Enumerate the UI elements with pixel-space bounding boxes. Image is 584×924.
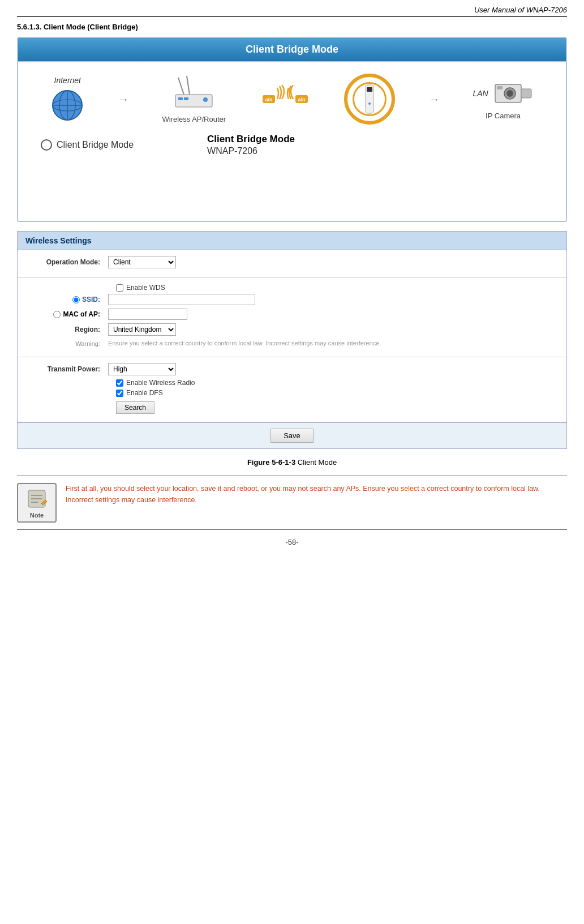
figure-caption: Figure 5-6-1-3 Client Mode bbox=[17, 458, 567, 467]
model-text: WNAP-7206 bbox=[207, 146, 295, 156]
ssid-label: SSID: bbox=[82, 296, 100, 303]
svg-rect-8 bbox=[178, 97, 183, 100]
orange-ring bbox=[344, 74, 395, 125]
mac-field-row: MAC of AP: bbox=[29, 309, 555, 320]
diagram-container: Client Bridge Mode Internet → bbox=[17, 37, 567, 222]
diagram-bottom-row: Client Bridge Mode Client Bridge Mode WN… bbox=[35, 134, 549, 156]
diagram-title-text: Client Bridge Mode bbox=[246, 44, 338, 55]
router-item: Wireless AP/Router bbox=[162, 75, 226, 123]
arrow-2: → bbox=[428, 93, 440, 106]
page-header: User Manual of WNAP-7206 bbox=[17, 6, 567, 17]
svg-text:a/n: a/n bbox=[298, 97, 305, 102]
svg-point-17 bbox=[368, 102, 371, 105]
enable-wds-checkbox[interactable] bbox=[116, 284, 123, 292]
warning-text: Ensure you select a correct country to c… bbox=[108, 339, 381, 348]
transmit-power-label: Transmit Power: bbox=[29, 365, 108, 373]
enable-wireless-radio-checkbox[interactable] bbox=[116, 379, 123, 387]
mac-of-ap-label: MAC of AP: bbox=[63, 310, 100, 318]
mac-input[interactable] bbox=[108, 309, 187, 320]
diagram-title: Client Bridge Mode bbox=[18, 38, 566, 62]
region-field-row: Region: United Kingdom United States Eur… bbox=[29, 323, 555, 336]
svg-text:a/n: a/n bbox=[265, 97, 272, 102]
operation-mode-row: Operation Mode: Client AP WDS bbox=[18, 250, 566, 278]
diagram-body: Internet → bbox=[18, 62, 566, 221]
wireless-settings-title: Wireless Settings bbox=[25, 236, 92, 245]
save-row: Save bbox=[18, 422, 566, 448]
enable-dfs-checkbox[interactable] bbox=[116, 390, 123, 397]
transmit-power-select[interactable]: High Medium Low bbox=[108, 363, 176, 375]
search-button-row: Search bbox=[29, 399, 555, 414]
router-icon bbox=[173, 75, 215, 112]
ssid-field-row: SSID: bbox=[29, 294, 555, 305]
warning-label: Warning: bbox=[29, 340, 108, 347]
section-heading: 5.6.1.3. Client Mode (Client Bridge) bbox=[17, 23, 567, 31]
region-label: Region: bbox=[29, 326, 108, 333]
note-text: First at all, you should select your loc… bbox=[66, 483, 567, 506]
signal-waves: a/n a/n bbox=[263, 85, 308, 113]
figure-caption-text: Client Mode bbox=[298, 458, 337, 467]
access-point-item bbox=[344, 74, 395, 125]
warning-field-row: Warning: Ensure you select a correct cou… bbox=[29, 339, 555, 348]
svg-point-10 bbox=[203, 97, 208, 102]
note-label: Note bbox=[30, 512, 44, 519]
camera-item: LAN IP Camera bbox=[473, 79, 533, 120]
mode-label: Client Bridge Mode bbox=[57, 140, 134, 150]
transmit-power-field: Transmit Power: High Medium Low bbox=[29, 363, 555, 375]
svg-line-6 bbox=[187, 76, 190, 95]
camera-label: IP Camera bbox=[486, 112, 521, 120]
ssid-region-row: Enable WDS SSID: MAC of AP: Re bbox=[18, 278, 566, 357]
page-number: -58- bbox=[17, 538, 567, 546]
svg-line-5 bbox=[178, 78, 184, 95]
lan-label: LAN bbox=[473, 89, 488, 98]
mode-title: Client Bridge Mode bbox=[207, 134, 295, 145]
ssid-radio[interactable] bbox=[72, 296, 80, 303]
svg-rect-9 bbox=[184, 97, 188, 100]
svg-rect-22 bbox=[497, 86, 503, 89]
diagram-network-row: Internet → bbox=[35, 74, 549, 125]
ap-label: Wireless AP/Router bbox=[162, 115, 226, 123]
region-select[interactable]: United Kingdom United States Europe Japa… bbox=[108, 323, 176, 336]
arrow-1: → bbox=[118, 93, 129, 106]
svg-rect-16 bbox=[367, 87, 372, 92]
transmit-power-row: Transmit Power: High Medium Low Enable W… bbox=[18, 357, 566, 422]
ap-device-icon bbox=[361, 84, 378, 115]
save-button[interactable]: Save bbox=[270, 429, 314, 443]
mac-radio[interactable] bbox=[53, 311, 61, 318]
operation-mode-select[interactable]: Client AP WDS bbox=[108, 256, 176, 268]
section-heading-text: 5.6.1.3. Client Mode (Client Bridge) bbox=[17, 23, 138, 31]
operation-mode-label: Operation Mode: bbox=[29, 258, 108, 266]
enable-wds-row: Enable WDS bbox=[29, 284, 555, 292]
note-section: Note First at all, you should select you… bbox=[17, 476, 567, 530]
radio-circle-icon bbox=[41, 139, 52, 151]
wireless-settings-container: Wireless Settings Operation Mode: Client… bbox=[17, 231, 567, 449]
signal-arcs: a/n a/n bbox=[263, 85, 308, 113]
internet-label: Internet bbox=[54, 76, 81, 85]
enable-wds-label: Enable WDS bbox=[126, 284, 165, 292]
client-bridge-mode-right: Client Bridge Mode WNAP-7206 bbox=[207, 134, 295, 156]
search-button[interactable]: Search bbox=[116, 401, 154, 414]
camera-icon bbox=[494, 79, 534, 108]
header-title-text: User Manual of WNAP-7206 bbox=[474, 6, 567, 14]
ssid-input[interactable] bbox=[108, 294, 255, 305]
enable-dfs-label: Enable DFS bbox=[126, 389, 163, 397]
globe-icon bbox=[50, 88, 84, 122]
enable-dfs-row: Enable DFS bbox=[29, 389, 555, 397]
internet-item: Internet bbox=[50, 76, 84, 122]
enable-wireless-radio-label: Enable Wireless Radio bbox=[126, 379, 195, 387]
operation-mode-field: Operation Mode: Client AP WDS bbox=[29, 256, 555, 268]
figure-caption-bold: Figure 5-6-1-3 bbox=[247, 458, 295, 467]
note-pencil-icon bbox=[25, 487, 48, 510]
page-number-text: -58- bbox=[285, 538, 298, 546]
wireless-settings-header: Wireless Settings bbox=[18, 232, 566, 250]
enable-wireless-radio-row: Enable Wireless Radio bbox=[29, 379, 555, 387]
svg-rect-21 bbox=[521, 89, 531, 98]
svg-point-20 bbox=[506, 90, 513, 97]
client-bridge-mode-left: Client Bridge Mode bbox=[41, 139, 134, 151]
note-icon: Note bbox=[17, 483, 57, 523]
